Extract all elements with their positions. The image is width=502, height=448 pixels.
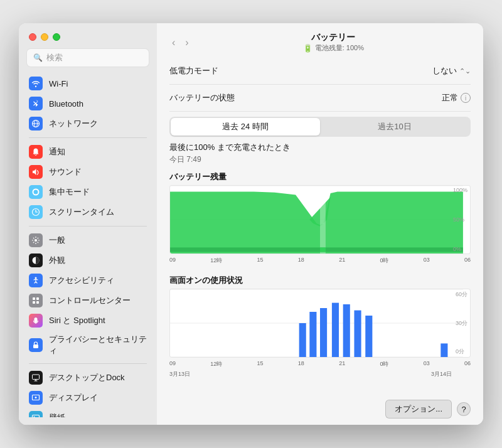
sidebar: 🔍 検索 Wi-Fi (19, 23, 157, 425)
ux-label-18: 18 (298, 360, 304, 368)
search-box[interactable]: 🔍 検索 (26, 48, 149, 67)
desktop-icon (29, 371, 43, 385)
sidebar-item-privacy[interactable]: プライバシーとセキュリティ (24, 331, 152, 360)
help-button[interactable]: ? (457, 402, 471, 416)
sidebar-item-label-wallpaper: 壁紙 (49, 412, 65, 417)
svg-rect-40 (441, 343, 447, 357)
svg-rect-27 (320, 189, 326, 253)
close-button[interactable] (29, 33, 36, 41)
ux-label-06: 06 (464, 360, 471, 368)
sidebar-item-focus[interactable]: 集中モード (24, 182, 152, 202)
svg-rect-12 (33, 344, 38, 348)
display-icon (29, 391, 43, 405)
x-label-06: 06 (464, 257, 471, 265)
maximize-button[interactable] (53, 33, 60, 41)
usage-svg (170, 289, 470, 357)
sidebar-item-display[interactable]: ディスプレイ (24, 388, 152, 408)
charge-title: 最後に100% まで充電されたとき (169, 142, 471, 153)
sidebar-item-wifi[interactable]: Wi-Fi (24, 73, 152, 93)
low-power-row: 低電力モード しない ⌃⌄ (169, 58, 471, 85)
sidebar-items: Wi-Fi Bluetooth (19, 73, 157, 417)
svg-rect-38 (354, 311, 361, 357)
y-label-0: 0% (453, 246, 467, 252)
sidebar-item-network[interactable]: ネットワーク (24, 114, 152, 134)
sidebar-item-accessibility[interactable]: アクセシビリティ (24, 270, 152, 291)
options-button[interactable]: オプション... (385, 400, 452, 419)
svg-point-4 (35, 239, 37, 242)
low-power-label: 低電力モード (169, 65, 218, 77)
ux-label-0h: 0時 (380, 360, 388, 368)
accessibility-icon (29, 274, 43, 287)
sidebar-item-desktop[interactable]: デスクトップとDock (24, 368, 152, 388)
ux-label-15: 15 (257, 360, 264, 368)
tabs-container: 過去 24 時間 過去10日 (169, 117, 471, 137)
usage-chart: 60分 30分 0分 (169, 289, 471, 358)
main-content: ‹ › バッテリー 🔋 電池残量: 100% 低電力モード しない ⌃⌄ (157, 23, 483, 425)
forward-button[interactable]: › (183, 36, 191, 50)
usage-x-labels: 09 12時 15 18 21 0時 03 06 (169, 359, 471, 370)
low-power-value[interactable]: しない ⌃⌄ (432, 65, 471, 77)
battery-chart-title: バッテリー残量 (169, 171, 471, 183)
appearance-icon (29, 253, 43, 267)
svg-rect-29 (320, 247, 326, 252)
battery-status-value: 正常 i (442, 92, 471, 104)
sidebar-item-label-display: ディスプレイ (49, 392, 98, 403)
sidebar-item-label-accessibility: アクセシビリティ (49, 275, 114, 286)
bottom-toolbar: オプション... ? (157, 395, 483, 425)
control-icon (29, 294, 43, 307)
battery-status-label: バッテリーの状態 (169, 92, 235, 104)
y-label-30: 30分 (456, 319, 467, 328)
svg-point-6 (35, 277, 37, 279)
svg-rect-37 (343, 304, 350, 357)
battery-x-labels: 09 12時 15 18 21 0時 03 06 (169, 255, 471, 266)
sidebar-item-wallpaper[interactable]: 壁紙 (24, 408, 152, 417)
svg-rect-16 (33, 415, 40, 418)
bluetooth-icon (29, 97, 43, 110)
usage-y-labels: 60分 30分 0分 (456, 289, 467, 357)
charge-time: 今日 7:49 (169, 154, 471, 165)
x-label-03: 03 (424, 257, 430, 265)
sidebar-item-screentime[interactable]: スクリーンタイム (24, 202, 152, 222)
svg-rect-33 (299, 323, 306, 357)
sidebar-item-label-network: ネットワーク (49, 118, 98, 129)
sidebar-item-bluetooth[interactable]: Bluetooth (24, 93, 152, 114)
privacy-icon (29, 338, 43, 352)
page-title-area: バッテリー 🔋 電池残量: 100% (196, 32, 471, 53)
general-icon (29, 233, 43, 247)
info-icon[interactable]: i (461, 93, 471, 103)
y-label-0m: 0分 (456, 348, 467, 356)
svg-rect-8 (36, 297, 39, 300)
usage-chart-section: 画面オンの使用状況 60分 30分 0分 (169, 275, 471, 378)
sidebar-item-siri[interactable]: Siri と Spotlight (24, 311, 152, 331)
traffic-lights (19, 31, 157, 48)
wallpaper-icon (29, 411, 43, 417)
sidebar-item-label-notification: 通知 (49, 146, 65, 157)
toolbar: ‹ › バッテリー 🔋 電池残量: 100% (157, 23, 483, 58)
sidebar-item-general[interactable]: 一般 (24, 230, 152, 250)
ux-label-12: 12時 (210, 360, 222, 368)
sidebar-item-appearance[interactable]: 外観 (24, 250, 152, 270)
stepper-icon: ⌃⌄ (459, 67, 471, 75)
page-subtitle-text: 電池残量: 100% (315, 43, 364, 53)
sidebar-item-sound[interactable]: サウンド (24, 162, 152, 182)
content-area: 低電力モード しない ⌃⌄ バッテリーの状態 正常 i 過去 24 時間 過去1… (157, 58, 483, 395)
siri-icon (29, 314, 43, 328)
sidebar-item-label-focus: 集中モード (49, 186, 90, 198)
svg-rect-9 (33, 301, 35, 304)
sidebar-item-label-desktop: デスクトップとDock (49, 372, 125, 383)
tab-24h[interactable]: 過去 24 時間 (171, 118, 320, 136)
tab-10d[interactable]: 過去10日 (320, 118, 469, 136)
date-labels-row: 3月13日 3月14日 (169, 370, 471, 378)
sidebar-item-label-control: コントロールセンター (49, 295, 131, 306)
svg-rect-13 (33, 375, 40, 380)
sidebar-item-control[interactable]: コントロールセンター (24, 291, 152, 311)
sidebar-item-notification[interactable]: 通知 (24, 142, 152, 162)
x-label-21: 21 (339, 257, 345, 265)
back-button[interactable]: ‹ (169, 36, 178, 50)
minimize-button[interactable] (41, 33, 48, 41)
battery-chart: 100% 50% 0% (169, 185, 471, 254)
x-label-0h: 0時 (380, 257, 388, 265)
ux-label-03: 03 (424, 360, 430, 368)
x-label-09: 09 (169, 257, 176, 265)
date-label-left: 3月13日 (169, 370, 190, 378)
